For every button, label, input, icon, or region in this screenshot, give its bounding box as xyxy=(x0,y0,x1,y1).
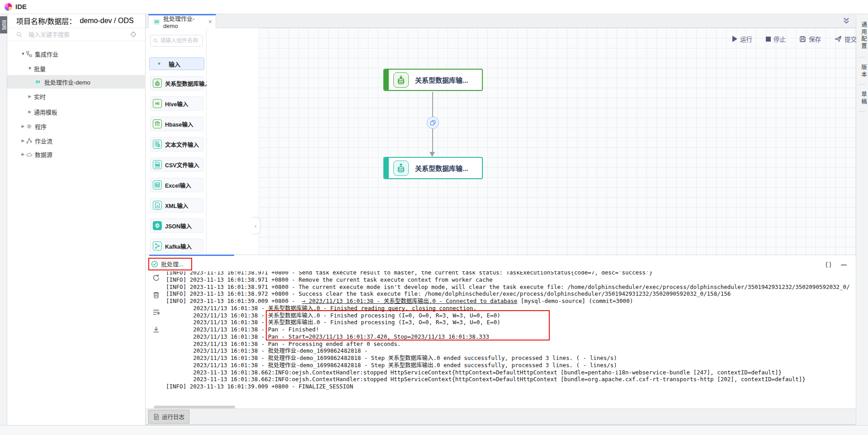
sidebar-item-realtime[interactable]: ▶ 实时 xyxy=(7,90,146,103)
raw-view-icon[interactable] xyxy=(825,261,832,269)
tree-label: 作业流 xyxy=(35,137,52,145)
json-icon xyxy=(153,221,162,230)
node-rdb-output[interactable]: 关系型数据库输... xyxy=(383,157,483,179)
sidebar-item-integration-jobs[interactable]: ▼ 集成作业 xyxy=(7,47,146,61)
log-line: 2023/11/13 16:01:38 - 关系型数据库输入.0 - Finis… xyxy=(166,312,850,319)
chevron-left-icon: ‹ xyxy=(255,222,256,229)
run-button[interactable]: 运行 xyxy=(732,34,752,43)
divider xyxy=(859,84,865,85)
divider xyxy=(859,111,865,112)
run-log-tab[interactable]: 运行日志 xyxy=(148,410,189,424)
tree-label: 通用模板 xyxy=(34,108,57,116)
tree-label: 集成作业 xyxy=(35,50,58,58)
di-badge: DI xyxy=(153,19,160,25)
log-line: [INFO] 2023-11-13 16:01:38.971 +0800 - S… xyxy=(166,271,850,276)
app-logo-icon xyxy=(5,3,12,11)
caret-right-icon[interactable]: ▶ xyxy=(28,109,32,114)
editor-tabstrip xyxy=(146,14,856,28)
download-log-icon[interactable] xyxy=(152,326,160,333)
palette-item-hbase-input[interactable]: Hbase输入 xyxy=(150,117,203,131)
log-line: 2023-11-13 16:01:38.662:INFO:oejsh.Conte… xyxy=(166,376,850,383)
palette-collapse-handle[interactable]: ‹ xyxy=(251,217,260,234)
sidebar-item-datasources[interactable]: ▶ 数据源 xyxy=(7,147,146,161)
palette-item-json-input[interactable]: JSON输入 xyxy=(150,218,203,233)
log-line: 2023/11/13 16:01:38 - 批处理作业-demo_1699862… xyxy=(166,362,850,369)
palette-item-csv-input[interactable]: CSV CSV文件输入 xyxy=(150,157,203,172)
tree-label: 批量 xyxy=(34,64,46,73)
palette-item-rdb-input[interactable]: 关系型数据库输入 xyxy=(150,76,203,90)
log-line: [INFO] 2023-11-13 16:01:38.971 +0800 - R… xyxy=(166,276,850,284)
locate-icon[interactable] xyxy=(130,31,137,38)
right-tab-version[interactable]: 版本 xyxy=(856,61,868,80)
log-link[interactable]: → 2023/11/13 16:01:38 - 关系型数据库输出.0 - Con… xyxy=(302,298,517,304)
editor-tab-title: 批处理作业-demo xyxy=(163,14,205,29)
caret-right-icon[interactable]: ▶ xyxy=(21,124,25,128)
palette-item-hive-input[interactable]: Hi Hive输入 xyxy=(150,96,203,111)
xml-file-icon xyxy=(153,201,162,210)
hive-icon: Hi xyxy=(153,99,162,108)
database-input-icon xyxy=(153,79,162,88)
sidebar-item-programs[interactable]: ▶ 程序 xyxy=(7,119,146,133)
collapsed-panel-strip xyxy=(207,28,259,255)
right-tab-general-config[interactable]: 通用配置 xyxy=(856,18,868,53)
stop-icon xyxy=(766,37,771,42)
close-tab-icon[interactable]: × xyxy=(208,18,212,25)
palette-category-input[interactable]: ▼ 输入 xyxy=(149,57,204,70)
copy-icon xyxy=(430,120,436,126)
right-tab-draft[interactable]: 草稿 xyxy=(856,89,868,108)
palette-item-text-file-input[interactable]: 文本文件输入 xyxy=(150,137,203,151)
refresh-log-icon[interactable] xyxy=(152,274,160,282)
caret-right-icon[interactable]: ▶ xyxy=(21,138,25,143)
clear-log-icon[interactable] xyxy=(152,291,160,299)
rail-tab-resources[interactable]: 资源 xyxy=(0,16,7,33)
search-icon xyxy=(153,38,158,43)
caret-right-icon[interactable]: ▶ xyxy=(21,152,25,156)
minimize-panel-icon[interactable] xyxy=(840,261,848,269)
canvas-toolbar: 运行 停止 保存 提交 xyxy=(732,34,857,43)
left-activity-rail xyxy=(0,14,7,425)
workflow-icon xyxy=(25,137,33,144)
editor-tab-batch-job-demo[interactable]: DI 批处理作业-demo × xyxy=(148,14,216,28)
node-rdb-input[interactable]: 关系型数据库输... xyxy=(383,69,483,91)
palette-item-kafka-input[interactable]: Kafka输入 xyxy=(150,239,203,253)
sidebar-item-templates[interactable]: ▶ 通用模板 xyxy=(7,105,146,118)
caret-down-icon[interactable]: ▼ xyxy=(21,52,25,56)
datasource-icon xyxy=(25,151,33,158)
palette-item-xml-input[interactable]: XML输入 xyxy=(150,198,203,213)
project-label: 项目名称/数据层： xyxy=(16,15,76,26)
stop-button[interactable]: 停止 xyxy=(766,34,786,43)
save-icon xyxy=(799,36,806,43)
log-line: [INFO] 2023-11-13 16:01:39.009 +0800 - F… xyxy=(166,383,850,390)
sidebar-item-batch-job-demo[interactable]: DI 批处理作业-demo xyxy=(7,75,146,89)
caret-down-icon: ▼ xyxy=(157,61,161,66)
caret-right-icon[interactable]: ▶ xyxy=(28,94,32,99)
chevron-double-down-icon[interactable] xyxy=(842,16,851,25)
ide-window: IDE 资源 项目名称/数据层： demo-dev / ODS ▼ 集成作业 ▼… xyxy=(0,0,868,435)
log-line: [INFO] 2023-11-13 16:01:38.972 +0800 - S… xyxy=(166,290,850,298)
bottom-tab-batch-log[interactable]: 批处理... xyxy=(151,260,184,268)
project-header: 项目名称/数据层： demo-dev / ODS xyxy=(7,14,146,28)
save-button[interactable]: 保存 xyxy=(799,34,821,43)
submit-button[interactable]: 提交 xyxy=(835,34,857,43)
log-file-icon xyxy=(153,414,160,420)
log-line: [INFO] 2023-11-13 16:01:38.971 +0800 - T… xyxy=(166,284,850,291)
flow-canvas[interactable] xyxy=(259,28,856,255)
log-line: 2023/11/13 16:01:38 - 批处理作业-demo_1699862… xyxy=(166,355,850,362)
tree-label: 批处理作业-demo xyxy=(44,78,90,86)
edge-copy-badge[interactable] xyxy=(427,117,439,129)
log-line: 2023/11/13 16:01:38 - Pan - Finished! xyxy=(166,326,850,333)
search-icon xyxy=(15,31,23,38)
sidebar-search-input[interactable] xyxy=(28,31,126,38)
paper-plane-icon xyxy=(835,35,842,43)
log-line: 2023/11/13 16:01:38 - Pan - Processing e… xyxy=(166,340,850,348)
log-line: 2023/11/13 16:01:38 - Pan - Start=2023/1… xyxy=(166,333,850,340)
sidebar-item-workflows[interactable]: ▶ 作业流 xyxy=(7,134,146,147)
sidebar-item-batch[interactable]: ▼ 批量 xyxy=(7,61,146,75)
wrap-lines-icon[interactable] xyxy=(152,308,160,316)
table-icon xyxy=(153,180,162,189)
app-header: IDE xyxy=(0,0,868,14)
palette-search-input[interactable] xyxy=(160,38,199,44)
palette-item-excel-input[interactable]: Excel输入 xyxy=(150,178,203,192)
caret-down-icon[interactable]: ▼ xyxy=(28,66,32,71)
play-icon xyxy=(732,36,737,42)
